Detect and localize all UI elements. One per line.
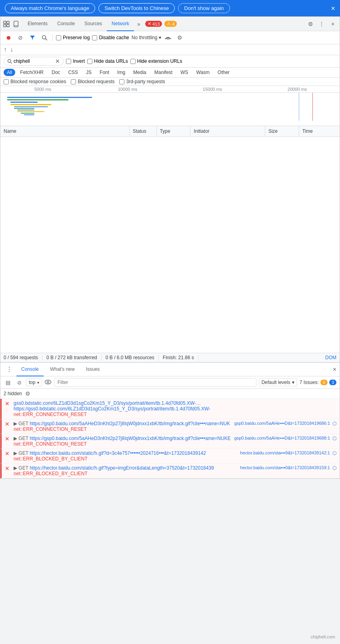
console-sidebar-button[interactable]: ▤ — [4, 378, 12, 387]
disable-cache-label[interactable]: Disable cache — [92, 35, 129, 40]
log-expand-icon[interactable]: ▶ GET — [14, 465, 30, 471]
more-tabs-icon[interactable]: » — [134, 21, 144, 27]
tab-console[interactable]: Console — [52, 17, 80, 31]
record-button[interactable]: ⏺ — [4, 33, 13, 42]
log-error-text: net::ERR_BLOCKED_BY_CLIENT — [14, 471, 88, 476]
log-expand-icon[interactable]: ▶ GET — [14, 421, 30, 426]
svg-rect-0 — [4, 21, 6, 24]
filter-button[interactable] — [28, 33, 37, 42]
clear-button[interactable]: ⊘ — [16, 33, 25, 42]
tab-elements[interactable]: Elements — [23, 17, 52, 31]
preserve-log-checkbox[interactable] — [56, 35, 61, 40]
dom-link[interactable]: DOM — [325, 355, 336, 360]
filter-pill-wasm[interactable]: Wasm — [193, 69, 213, 76]
network-conditions-icon[interactable] — [164, 33, 172, 42]
svg-rect-4 — [14, 21, 18, 26]
invert-checkbox[interactable] — [66, 59, 71, 64]
search-button[interactable] — [40, 33, 49, 42]
filter-pill-doc[interactable]: Doc — [48, 69, 63, 76]
tab-sources[interactable]: Sources — [80, 17, 107, 31]
console-filter-input[interactable] — [54, 378, 256, 387]
blocked-requests-label[interactable]: Blocked requests — [71, 79, 114, 84]
close-devtools-icon[interactable]: × — [328, 19, 338, 29]
console-tab-whats-new[interactable]: What's new — [45, 363, 80, 376]
log-full-url-link[interactable]: https://gss0.bdstatic.com/6LZ1dD3d1sgCo2… — [14, 406, 210, 412]
svg-point-8 — [168, 38, 169, 40]
filter-pill-media[interactable]: Media — [130, 69, 150, 76]
banner-close-icon[interactable]: × — [331, 5, 335, 12]
log-full-url-link[interactable]: https://hector.baidu.com/static/h.gif?ty… — [30, 465, 214, 471]
network-icon[interactable]: ⬡ — [332, 450, 336, 456]
hide-data-checkbox[interactable] — [87, 59, 92, 64]
svg-point-12 — [47, 381, 49, 383]
log-error-text: net::ERR_CONNECTION_RESET — [14, 426, 87, 432]
error-badge: ✕413 — [145, 21, 162, 27]
upload-har-button[interactable]: ↑ — [4, 46, 7, 53]
gear-settings-icon[interactable]: ⚙ — [175, 33, 184, 42]
network-table: Name Status Type Initiator Size Time — [0, 126, 340, 137]
log-source[interactable]: gsp0.baidu.com/5aAHe•••D&t=1732018419688… — [234, 436, 330, 440]
third-party-label[interactable]: 3rd-party requests — [119, 79, 165, 84]
network-toolbar: ⏺ ⊘ Preserve log Disable cache No thrott… — [0, 31, 340, 44]
filter-clear-icon[interactable]: ✕ — [55, 58, 60, 64]
filter-pill-js[interactable]: JS — [83, 69, 95, 76]
device-toolbar-icon[interactable] — [12, 20, 20, 28]
network-icon[interactable]: ⬡ — [332, 465, 336, 471]
console-more-icon[interactable]: ⋮ — [4, 366, 15, 373]
context-chevron: ▾ — [37, 380, 39, 385]
log-full-url-link[interactable]: https://gsp0.baidu.com/5aAHeD3nKhI2p27j8… — [30, 421, 230, 426]
log-entry: ✕gss0.bdstatic.com/6LZ1dD3d1sgCo2Km15_Y_… — [0, 399, 340, 419]
hide-ext-checkbox[interactable] — [130, 59, 136, 64]
log-source[interactable]: hector.baidu.com/sta•••0&t=1732018439159… — [240, 465, 330, 470]
hide-data-label[interactable]: Hide data URLs — [87, 58, 128, 64]
console-tab-issues[interactable]: Issues — [81, 363, 105, 376]
filter-pill-ws[interactable]: WS — [177, 69, 191, 76]
tab-network[interactable]: Network — [107, 17, 134, 31]
log-source[interactable]: hector.baidu.com/sta•••9&t=1732018439142… — [240, 450, 330, 455]
level-label: Default levels — [262, 380, 290, 385]
blocked-cookies-checkbox[interactable] — [4, 79, 9, 84]
invert-label[interactable]: Invert — [66, 58, 85, 64]
blocked-requests-checkbox[interactable] — [71, 79, 76, 84]
network-icon[interactable]: ⬡ — [332, 421, 336, 426]
filter-pill-manifest[interactable]: Manifest — [151, 69, 176, 76]
console-close-icon[interactable]: × — [333, 366, 336, 373]
filter-pill-all[interactable]: All — [4, 69, 15, 76]
disable-cache-checkbox[interactable] — [92, 35, 97, 40]
filter-pill-other[interactable]: Other — [214, 69, 233, 76]
download-har-button[interactable]: ↓ — [10, 46, 13, 53]
hidden-settings-icon[interactable]: ⚙ — [25, 390, 30, 397]
select-element-icon[interactable] — [2, 20, 11, 28]
svg-line-10 — [10, 62, 12, 63]
log-url-link[interactable]: gss0.bdstatic.com/6LZ1dD3d1sgCo2Km15_Y_D… — [14, 400, 201, 406]
log-expand-icon[interactable]: ▶ GET — [14, 436, 30, 441]
console-clear-button[interactable]: ⊘ — [15, 378, 24, 387]
log-expand-icon[interactable]: ▶ GET — [14, 450, 30, 456]
log-full-url-link[interactable]: https://gsp0.baidu.com/5aAHeD3nKhI2p27j8… — [30, 436, 231, 441]
filter-search-input[interactable] — [14, 58, 54, 64]
always-match-button[interactable]: Always match Chrome's language — [5, 3, 95, 13]
preserve-log-label[interactable]: Preserve log — [56, 35, 90, 40]
log-source[interactable]: gsp0.baidu.com/5aAHe•••D&t=1732018419686… — [234, 421, 330, 426]
log-full-url-link[interactable]: https://hector.baidu.com/static/h.gif?d=… — [30, 450, 206, 456]
filter-pill-img[interactable]: Img — [114, 69, 128, 76]
blocked-cookies-label[interactable]: Blocked response cookies — [4, 79, 66, 84]
filter-pill-fetch-xhr[interactable]: Fetch/XHR — [17, 69, 47, 76]
filter-pill-font[interactable]: Font — [96, 69, 112, 76]
console-tab-console[interactable]: Console — [16, 363, 44, 376]
context-selector[interactable]: top ▾ — [26, 378, 42, 386]
more-options-icon[interactable]: ⋮ — [316, 19, 327, 29]
settings-icon[interactable]: ⚙ — [305, 19, 316, 29]
error-icon: ✕ — [5, 465, 11, 472]
eye-icon[interactable] — [44, 380, 52, 386]
throttle-select[interactable]: No throttling ▾ — [132, 35, 162, 40]
switch-chinese-button[interactable]: Switch DevTools to Chinese — [98, 3, 175, 13]
third-party-checkbox[interactable] — [119, 79, 124, 84]
filter-pill-css[interactable]: CSS — [65, 69, 81, 76]
requests-stat: 0 / 594 requests — [4, 355, 42, 360]
level-select[interactable]: Default levels ▾ — [259, 378, 297, 386]
error-icon: ✕ — [5, 450, 11, 457]
hide-ext-label[interactable]: Hide extension URLs — [130, 58, 182, 64]
network-icon[interactable]: ⬡ — [332, 436, 336, 441]
dont-show-button[interactable]: Don't show again — [178, 3, 230, 13]
